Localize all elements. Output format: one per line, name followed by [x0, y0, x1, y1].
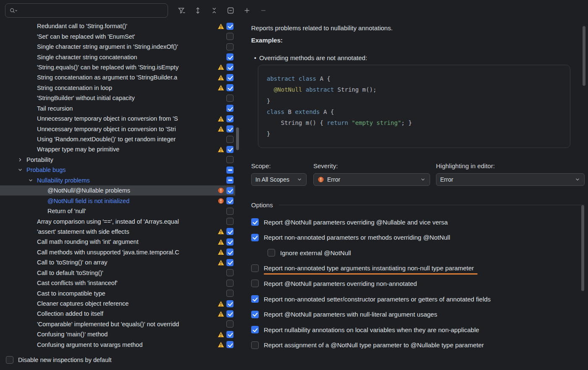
- tree-item-checkbox[interactable]: [226, 187, 234, 194]
- warning-icon: [217, 23, 225, 29]
- tree-item-checkbox[interactable]: [226, 84, 234, 91]
- tree-row[interactable]: Unnecessary temporary object in conversi…: [0, 114, 235, 124]
- tree-row[interactable]: 'StringBuilder' without initial capacity: [0, 93, 235, 103]
- tree-row[interactable]: Cleaner captures object reference: [0, 299, 235, 309]
- subtract-icon[interactable]: [259, 6, 268, 15]
- tree-item-checkbox[interactable]: [226, 63, 234, 71]
- tree-item-checkbox[interactable]: [226, 105, 234, 112]
- tree-row[interactable]: Call to 'toString()' on array: [0, 257, 235, 267]
- tree-item-checkbox[interactable]: [226, 177, 234, 184]
- option-checkbox[interactable]: [251, 234, 259, 241]
- search-input[interactable]: [20, 7, 164, 14]
- tree-row[interactable]: Confusing argument to varargs method: [0, 340, 235, 350]
- tree-item-checkbox[interactable]: [226, 156, 234, 163]
- error-icon: [217, 198, 225, 204]
- tree-item-checkbox[interactable]: [226, 136, 234, 143]
- tree-item-label: @NotNull field is not initialized: [47, 198, 217, 204]
- tree-row[interactable]: Wrapper type may be primitive: [0, 144, 235, 154]
- tree-row[interactable]: @NotNull/@Nullable problems: [0, 185, 235, 196]
- tree-item-label: @NotNull/@Nullable problems: [47, 187, 217, 194]
- severity-value: Error: [327, 176, 417, 183]
- option-checkbox[interactable]: [251, 264, 259, 272]
- tree-row[interactable]: 'assert' statement with side effects: [0, 227, 235, 237]
- tree-row[interactable]: String concatenation as argument to 'Str…: [0, 72, 235, 82]
- tree-scrollbar[interactable]: [236, 127, 239, 150]
- tree-row[interactable]: Nullability problems: [0, 175, 235, 185]
- tree-row[interactable]: Call to default 'toString()': [0, 268, 235, 278]
- tree-item-checkbox[interactable]: [226, 125, 234, 132]
- tree-item-checkbox[interactable]: [226, 269, 234, 276]
- tree-row[interactable]: Cast conflicts with 'instanceof': [0, 278, 235, 288]
- tree-item-checkbox[interactable]: [226, 238, 234, 246]
- tree-row[interactable]: 'Comparable' implemented but 'equals()' …: [0, 319, 235, 329]
- tree-item-checkbox[interactable]: [226, 197, 234, 204]
- tree-row[interactable]: Collection added to itself: [0, 309, 235, 319]
- option-checkbox[interactable]: [251, 311, 259, 318]
- tree-item-checkbox[interactable]: [226, 218, 234, 225]
- tree-item-checkbox[interactable]: [226, 53, 234, 61]
- tree-item-checkbox[interactable]: [226, 115, 234, 122]
- tree-row[interactable]: String concatenation in loop: [0, 83, 235, 93]
- tree-row[interactable]: Call math rounding with 'int' argument: [0, 237, 235, 247]
- tree-item-checkbox[interactable]: [226, 43, 234, 50]
- tree-item-checkbox[interactable]: [226, 146, 234, 153]
- tree-item-checkbox[interactable]: [226, 259, 234, 266]
- tree-item-checkbox[interactable]: [226, 290, 234, 297]
- tree-row[interactable]: 'String.equals()' can be replaced with '…: [0, 62, 235, 72]
- option-checkbox[interactable]: [251, 341, 259, 349]
- scope-dropdown[interactable]: In All Scopes: [251, 173, 307, 186]
- tree-item-checkbox[interactable]: [226, 310, 234, 317]
- severity-dropdown[interactable]: Error: [313, 173, 430, 186]
- tree-row[interactable]: 'Set' can be replaced with 'EnumSet': [0, 31, 235, 41]
- chevron-down-icon[interactable]: [26, 177, 37, 183]
- tree-row[interactable]: Unnecessary temporary object in conversi…: [0, 124, 235, 134]
- code-line: class B extends A {: [267, 106, 562, 117]
- search-field[interactable]: [5, 3, 168, 18]
- tree-row[interactable]: Redundant call to 'String.format()': [0, 21, 235, 31]
- chevron-down-icon[interactable]: [16, 167, 26, 173]
- tree-item-checkbox[interactable]: [226, 95, 234, 102]
- tree-item-label: Tail recursion: [37, 105, 217, 112]
- tree-item-checkbox[interactable]: [226, 300, 234, 307]
- tree-item-checkbox[interactable]: [226, 208, 234, 215]
- disable-new-inspections-checkbox[interactable]: [6, 356, 13, 364]
- remove-square-icon[interactable]: [226, 6, 235, 15]
- tree-item-checkbox[interactable]: [226, 248, 234, 256]
- tree-row[interactable]: Cast to incompatible type: [0, 288, 235, 298]
- tree-row[interactable]: Tail recursion: [0, 103, 235, 114]
- add-icon[interactable]: [243, 6, 251, 15]
- tree-row[interactable]: Call methods with unsupported 'java.time…: [0, 247, 235, 257]
- tree-row[interactable]: Single character string argument in 'Str…: [0, 42, 235, 52]
- expand-all-icon[interactable]: [194, 6, 202, 15]
- highlighting-dropdown[interactable]: Error: [436, 173, 585, 186]
- tree-row[interactable]: Return of 'null': [0, 206, 235, 216]
- filter-icon[interactable]: [177, 6, 186, 15]
- search-icon[interactable]: [9, 6, 18, 15]
- tree-item-checkbox[interactable]: [226, 74, 234, 81]
- tree-item-checkbox[interactable]: [226, 341, 234, 348]
- tree-row[interactable]: @NotNull field is not initialized: [0, 196, 235, 206]
- tree-item-checkbox[interactable]: [226, 228, 234, 235]
- tree-item-checkbox[interactable]: [226, 23, 234, 30]
- tree-row[interactable]: Single character string concatenation: [0, 52, 235, 62]
- option-checkbox[interactable]: [268, 249, 275, 256]
- chevron-right-icon[interactable]: [16, 157, 26, 163]
- tree-item-checkbox[interactable]: [226, 33, 234, 40]
- tree-item-checkbox[interactable]: [226, 280, 234, 287]
- tree-item-checkbox[interactable]: [226, 320, 234, 328]
- tree-item-checkbox[interactable]: [226, 331, 234, 338]
- option-checkbox[interactable]: [251, 295, 259, 303]
- tree-item-checkbox[interactable]: [226, 166, 234, 174]
- option-checkbox[interactable]: [251, 218, 259, 226]
- option-checkbox[interactable]: [251, 326, 259, 333]
- tree-item-label: Cast to incompatible type: [37, 290, 217, 297]
- tree-row[interactable]: Probable bugs: [0, 165, 235, 175]
- options-divider: [279, 205, 585, 205]
- tree-row[interactable]: Portability: [0, 155, 235, 165]
- warning-icon: [217, 239, 225, 245]
- collapse-all-icon[interactable]: [210, 6, 218, 15]
- tree-row[interactable]: Using 'Random.nextDouble()' to get rando…: [0, 134, 235, 144]
- option-checkbox[interactable]: [251, 280, 259, 287]
- tree-row[interactable]: Confusing 'main()' method: [0, 329, 235, 339]
- tree-row[interactable]: Array comparison using '==', instead of …: [0, 216, 235, 226]
